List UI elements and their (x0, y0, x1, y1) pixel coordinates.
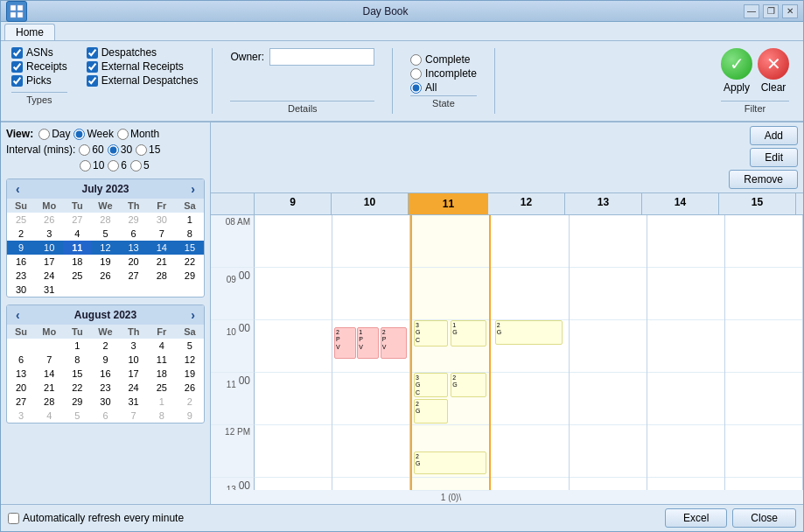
hour-cell[interactable] (570, 373, 647, 425)
hour-cell[interactable] (255, 425, 332, 478)
aug-cal-day[interactable]: 16 (91, 367, 119, 381)
receipts-checkbox[interactable] (11, 61, 23, 73)
event-block[interactable]: 2 P V (381, 327, 407, 359)
cal-day-12[interactable]: 12 (91, 241, 119, 255)
cal-day-10[interactable]: 10 (35, 241, 63, 255)
interval-10-radio[interactable] (80, 160, 91, 172)
aug-cal-day[interactable]: 17 (120, 367, 148, 381)
cal-day-14[interactable]: 14 (148, 241, 176, 255)
hour-cell[interactable] (725, 268, 802, 320)
hour-cell[interactable] (412, 215, 489, 268)
interval-15-radio[interactable] (136, 144, 147, 156)
hour-cell[interactable] (570, 478, 647, 490)
hour-cell[interactable] (491, 425, 568, 478)
event-block[interactable]: 2 G (451, 373, 486, 397)
aug-cal-day[interactable]: 7 (35, 353, 63, 367)
cal-day[interactable]: 30 (7, 283, 35, 297)
cal-day[interactable]: 23 (7, 269, 35, 283)
cal-day[interactable]: 31 (35, 283, 63, 297)
aug-cal-day[interactable]: 7 (120, 409, 148, 423)
hour-cell[interactable] (332, 215, 409, 268)
aug-cal-day[interactable]: 8 (63, 353, 91, 367)
cal-day-15[interactable]: 15 (176, 241, 204, 255)
interval-6-radio[interactable] (108, 160, 119, 172)
hour-cell[interactable] (255, 268, 332, 320)
cal-day[interactable]: 5 (91, 227, 119, 241)
complete-radio[interactable] (410, 54, 422, 66)
aug-cal-day[interactable]: 9 (176, 409, 204, 423)
asns-checkbox[interactable] (11, 47, 23, 59)
hour-cell[interactable] (570, 425, 647, 478)
aug-cal-day[interactable]: 24 (120, 381, 148, 395)
hour-cell[interactable] (255, 373, 332, 425)
hour-cell[interactable] (647, 320, 724, 373)
minimize-button[interactable]: — (744, 4, 759, 18)
aug-cal-day[interactable]: 15 (63, 367, 91, 381)
hour-cell[interactable] (647, 425, 724, 478)
view-day-radio[interactable] (38, 129, 50, 140)
cal-day[interactable]: 20 (120, 255, 148, 269)
hour-cell[interactable] (570, 320, 647, 373)
incomplete-radio[interactable] (410, 68, 422, 80)
cal-day[interactable]: 7 (148, 227, 176, 241)
cal-day[interactable]: 1 (176, 213, 204, 227)
cal-day[interactable]: 17 (35, 255, 63, 269)
aug-cal-day[interactable]: 14 (35, 367, 63, 381)
hour-cell[interactable] (332, 268, 409, 320)
aug-cal-day[interactable]: 18 (148, 367, 176, 381)
aug-cal-day[interactable]: 4 (35, 409, 63, 423)
event-block[interactable]: 2 P V (334, 327, 356, 359)
hour-cell[interactable] (491, 215, 568, 268)
aug-cal-day[interactable]: 26 (176, 381, 204, 395)
cal-day[interactable]: 30 (148, 213, 176, 227)
event-block[interactable]: 1 P V (357, 327, 379, 359)
edit-button[interactable]: Edit (750, 148, 798, 167)
event-block[interactable]: 2 G (414, 452, 486, 474)
august-prev-button[interactable]: ‹ (12, 308, 24, 322)
aug-cal-day[interactable]: 23 (91, 381, 119, 395)
hour-cell[interactable] (647, 215, 724, 268)
cal-day[interactable]: 26 (35, 213, 63, 227)
cal-day[interactable]: 24 (35, 269, 63, 283)
aug-cal-day[interactable]: 6 (91, 409, 119, 423)
aug-cal-day[interactable]: 4 (148, 339, 176, 353)
aug-cal-day[interactable]: 1 (148, 395, 176, 409)
hour-cell[interactable] (725, 373, 802, 425)
aug-cal-day[interactable]: 12 (176, 353, 204, 367)
hour-cell[interactable] (491, 268, 568, 320)
hour-cell[interactable] (647, 268, 724, 320)
owner-input[interactable] (269, 48, 374, 66)
aug-cal-day[interactable]: 29 (63, 395, 91, 409)
aug-cal-day[interactable]: 31 (120, 395, 148, 409)
hour-cell[interactable] (255, 320, 332, 373)
cal-day[interactable]: 4 (63, 227, 91, 241)
aug-cal-day[interactable]: 28 (35, 395, 63, 409)
hour-cell[interactable] (725, 478, 802, 490)
cal-day[interactable]: 6 (120, 227, 148, 241)
view-week-radio[interactable] (73, 129, 85, 140)
hour-cell[interactable] (570, 215, 647, 268)
aug-cal-day[interactable]: 25 (148, 381, 176, 395)
hour-cell[interactable] (647, 373, 724, 425)
july-next-button[interactable]: › (187, 182, 199, 196)
event-block[interactable]: 3 G C (414, 320, 448, 346)
cal-day[interactable]: 26 (91, 269, 119, 283)
external-despatches-checkbox[interactable] (87, 75, 98, 87)
aug-cal-day[interactable]: 5 (176, 339, 204, 353)
external-receipts-checkbox[interactable] (87, 61, 98, 73)
hour-cell[interactable] (491, 373, 568, 425)
cal-day[interactable]: 22 (176, 255, 204, 269)
remove-button[interactable]: Remove (729, 170, 798, 189)
event-block[interactable]: 3 G C (414, 373, 448, 397)
hour-cell[interactable] (725, 215, 802, 268)
close-button[interactable]: Close (732, 508, 796, 528)
aug-cal-day[interactable]: 27 (7, 395, 35, 409)
aug-cal-day[interactable]: 6 (7, 353, 35, 367)
cal-day[interactable]: 8 (176, 227, 204, 241)
tab-home[interactable]: Home (4, 24, 55, 40)
aug-cal-day[interactable]: 1 (63, 339, 91, 353)
hour-cell[interactable] (412, 478, 489, 490)
aug-cal-day[interactable]: 22 (63, 381, 91, 395)
aug-cal-day[interactable]: 21 (35, 381, 63, 395)
aug-cal-day[interactable]: 8 (148, 409, 176, 423)
